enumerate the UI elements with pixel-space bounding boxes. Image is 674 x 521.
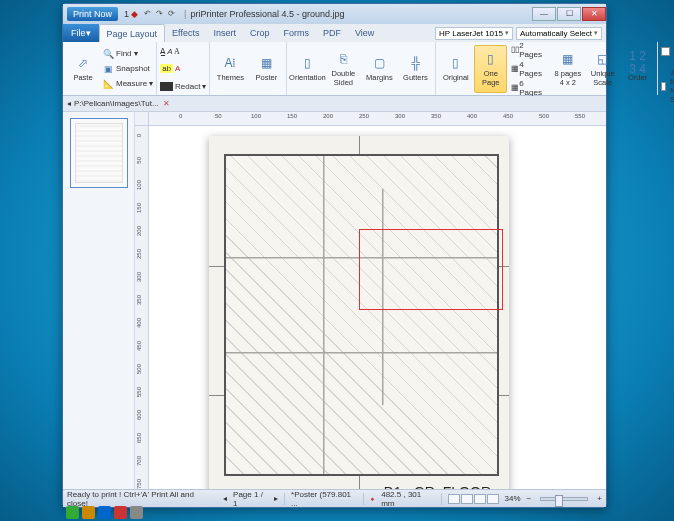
ruler-horizontal: 050100150200250300350400450500550 <box>149 112 606 126</box>
quick-nav: ↶ ↷ ⟳ <box>142 9 176 19</box>
desktop-tray <box>62 504 147 521</box>
tray-icon[interactable] <box>66 506 79 519</box>
margins-icon: ▢ <box>370 54 388 72</box>
8pages-button[interactable]: ▦8 pages 4 x 2 <box>551 45 584 93</box>
palette-icon: A⁞ <box>221 54 239 72</box>
status-page: Page 1 / 1 <box>233 490 268 508</box>
tab-pdf[interactable]: PDF <box>316 24 348 42</box>
workspace: 050100150200250300350400450500550 050100… <box>63 112 606 489</box>
search-icon: 🔍 <box>102 48 114 60</box>
cursor-icon: ⬀ <box>74 54 92 72</box>
status-coords: 482.5 , 301 mm <box>381 490 434 508</box>
minimize-button[interactable]: — <box>532 7 556 21</box>
poster-icon: ▦ <box>257 54 275 72</box>
double-sided-button[interactable]: ⎘Double Sided <box>326 45 360 93</box>
tab-effects[interactable]: Effects <box>165 24 206 42</box>
layout-4pages[interactable]: ▦ 4 Pages <box>511 60 547 78</box>
undo-icon[interactable]: ↶ <box>142 9 152 19</box>
printer-select[interactable]: HP LaserJet 1015 <box>435 27 513 40</box>
app-window: Print Now 1 ◆ ↶ ↷ ⟳ | priPrinter Profess… <box>62 3 607 508</box>
job-new-sheet-check[interactable]: Job from New Sheet <box>661 79 674 93</box>
poster-sheet: D1 - GR. FLOOR <box>209 136 509 489</box>
tab-page-layout[interactable]: Page Layout <box>99 24 166 42</box>
grid-icon: ▦ <box>559 50 577 68</box>
page-icon: ▯ <box>447 54 465 72</box>
redact-button[interactable]: ab Redact ▾ <box>160 79 206 93</box>
layout-6pages[interactable]: ▦ 6 Pages <box>511 79 547 97</box>
tab-forms[interactable]: Forms <box>276 24 316 42</box>
duplex-icon: ⎘ <box>334 50 352 68</box>
measure-button[interactable]: 📐Measure ▾ <box>102 77 153 91</box>
find-button[interactable]: 🔍Find ▾ <box>102 47 153 61</box>
gutters-button[interactable]: ╬Gutters <box>398 45 432 93</box>
ruler-corner <box>135 112 149 126</box>
tray-icon[interactable] <box>114 506 127 519</box>
print-now-button[interactable]: Print Now <box>67 7 118 21</box>
app-title: priPrinter Professional 4.5 - ground.jpg <box>190 9 344 19</box>
thumbnail-panel <box>63 112 135 489</box>
page-thumbnail[interactable] <box>70 118 128 188</box>
redo-icon[interactable]: ↷ <box>154 9 164 19</box>
tab-insert[interactable]: Insert <box>206 24 243 42</box>
orientation-icon: ▯ <box>298 54 316 72</box>
refresh-icon[interactable]: ⟳ <box>166 9 176 19</box>
gutters-icon: ╬ <box>406 54 424 72</box>
ruler-icon: 📐 <box>102 78 114 90</box>
selection-highlight <box>359 229 503 310</box>
original-button[interactable]: ▯Original <box>439 45 472 93</box>
margins-button[interactable]: ▢Margins <box>362 45 396 93</box>
file-menu[interactable]: File ▾ <box>63 24 99 42</box>
tray-icon[interactable] <box>130 506 143 519</box>
zoom-in-icon[interactable]: + <box>597 494 602 503</box>
camera-icon: ▣ <box>102 63 114 75</box>
page-number: 1 <box>124 9 129 19</box>
document-path[interactable]: P:\Pelican\Images\Tut... <box>74 99 159 108</box>
zoom-slider[interactable] <box>540 497 588 501</box>
scale-icon: ◱ <box>594 50 612 68</box>
document-path-bar: ◂ P:\Pelican\Images\Tut... ✕ <box>63 96 606 112</box>
maximize-button[interactable]: ☐ <box>557 7 581 21</box>
orientation-button[interactable]: ▯Orientation <box>290 45 324 93</box>
order-button[interactable]: 1 23 4Order <box>621 45 654 93</box>
page-icon: ▯ <box>482 50 500 68</box>
repeat-check[interactable]: Repeat <box>661 44 674 58</box>
snapshot-button[interactable]: ▣Snapshot <box>102 62 153 76</box>
poster-button[interactable]: ▦Poster <box>249 45 283 93</box>
close-doc-icon[interactable]: ✕ <box>163 99 170 108</box>
one-page-button[interactable]: ▯One Page <box>474 45 507 93</box>
ruler-vertical: 0501001502002503003504004505005506006507… <box>135 126 149 489</box>
tray-icon[interactable] <box>82 506 95 519</box>
canvas[interactable]: D1 - GR. FLOOR <box>149 126 606 489</box>
status-poster: *Poster (579.801 ... <box>291 490 357 508</box>
tab-crop[interactable]: Crop <box>243 24 277 42</box>
close-button[interactable]: ✕ <box>582 7 606 21</box>
zoom-out-icon[interactable]: − <box>527 494 532 503</box>
titlebar: Print Now 1 ◆ ↶ ↷ ⟳ | priPrinter Profess… <box>63 4 606 24</box>
view-mode-icons[interactable] <box>448 494 499 504</box>
drawing-label: D1 - GR. FLOOR <box>384 484 491 489</box>
paste-button[interactable]: ⬀Paste <box>66 45 100 93</box>
tab-view[interactable]: View <box>348 24 381 42</box>
tray-icon[interactable] <box>98 506 111 519</box>
layout-2pages[interactable]: ▯▯ 2 Pages <box>511 41 547 59</box>
ribbon: ⬀Paste 🔍Find ▾ ▣Snapshot 📐Measure ▾ A̲ A… <box>63 42 606 96</box>
zoom-value: 34% <box>505 494 521 503</box>
floorplan-image <box>224 154 499 476</box>
themes-button[interactable]: A⁞Themes <box>213 45 247 93</box>
unique-scale-button[interactable]: ◱Unique Scale <box>586 45 619 93</box>
order-icon: 1 23 4 <box>629 54 647 72</box>
